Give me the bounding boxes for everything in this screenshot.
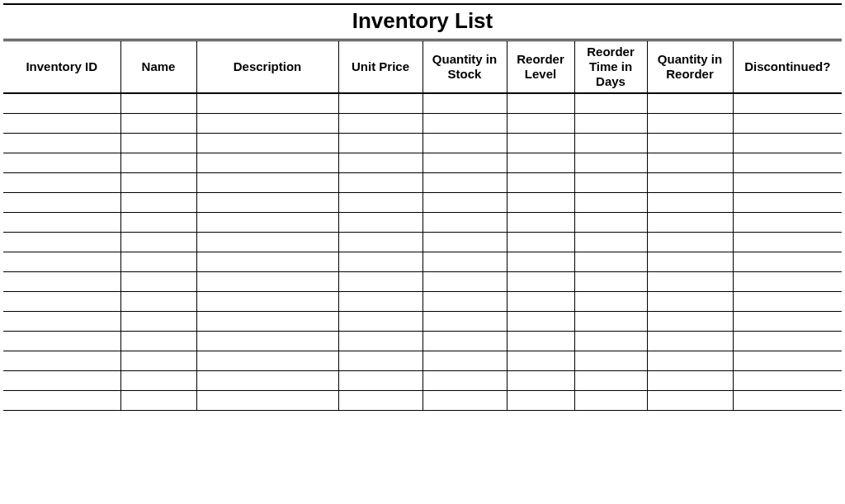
cell-unit_price[interactable] — [338, 351, 422, 370]
cell-qty_in_reorder[interactable] — [647, 192, 733, 212]
cell-reorder_level[interactable] — [507, 133, 574, 153]
cell-reorder_level[interactable] — [507, 192, 574, 212]
cell-name[interactable] — [120, 331, 196, 351]
cell-reorder_time_days[interactable] — [574, 232, 647, 252]
cell-inventory_id[interactable] — [3, 133, 120, 153]
cell-unit_price[interactable] — [338, 311, 422, 331]
cell-qty_in_reorder[interactable] — [647, 252, 733, 271]
cell-name[interactable] — [120, 311, 196, 331]
cell-discontinued[interactable] — [733, 252, 842, 271]
cell-reorder_time_days[interactable] — [574, 331, 647, 351]
cell-reorder_time_days[interactable] — [574, 133, 647, 153]
cell-reorder_time_days[interactable] — [574, 172, 647, 192]
cell-qty_in_reorder[interactable] — [647, 172, 733, 192]
cell-reorder_level[interactable] — [507, 93, 574, 113]
cell-reorder_time_days[interactable] — [574, 153, 647, 172]
cell-reorder_time_days[interactable] — [574, 351, 647, 370]
cell-discontinued[interactable] — [733, 153, 842, 172]
cell-qty_in_stock[interactable] — [422, 192, 507, 212]
cell-qty_in_reorder[interactable] — [647, 291, 733, 311]
cell-qty_in_stock[interactable] — [422, 172, 507, 192]
cell-inventory_id[interactable] — [3, 370, 120, 390]
cell-inventory_id[interactable] — [3, 172, 120, 192]
cell-reorder_time_days[interactable] — [574, 93, 647, 113]
cell-description[interactable] — [196, 252, 338, 271]
cell-discontinued[interactable] — [733, 271, 842, 291]
cell-qty_in_stock[interactable] — [422, 93, 507, 113]
cell-description[interactable] — [196, 271, 338, 291]
cell-reorder_level[interactable] — [507, 291, 574, 311]
cell-name[interactable] — [120, 351, 196, 370]
cell-qty_in_stock[interactable] — [422, 370, 507, 390]
cell-description[interactable] — [196, 192, 338, 212]
cell-reorder_time_days[interactable] — [574, 311, 647, 331]
cell-reorder_time_days[interactable] — [574, 291, 647, 311]
cell-qty_in_reorder[interactable] — [647, 153, 733, 172]
cell-reorder_level[interactable] — [507, 311, 574, 331]
cell-discontinued[interactable] — [733, 133, 842, 153]
cell-discontinued[interactable] — [733, 212, 842, 232]
cell-name[interactable] — [120, 252, 196, 271]
cell-inventory_id[interactable] — [3, 212, 120, 232]
cell-discontinued[interactable] — [733, 351, 842, 370]
cell-reorder_time_days[interactable] — [574, 390, 647, 410]
cell-qty_in_reorder[interactable] — [647, 331, 733, 351]
cell-qty_in_stock[interactable] — [422, 291, 507, 311]
cell-reorder_level[interactable] — [507, 370, 574, 390]
cell-unit_price[interactable] — [338, 172, 422, 192]
cell-inventory_id[interactable] — [3, 113, 120, 133]
cell-inventory_id[interactable] — [3, 351, 120, 370]
cell-description[interactable] — [196, 311, 338, 331]
cell-inventory_id[interactable] — [3, 271, 120, 291]
cell-unit_price[interactable] — [338, 232, 422, 252]
cell-qty_in_stock[interactable] — [422, 311, 507, 331]
cell-inventory_id[interactable] — [3, 252, 120, 271]
cell-discontinued[interactable] — [733, 172, 842, 192]
cell-description[interactable] — [196, 232, 338, 252]
cell-name[interactable] — [120, 192, 196, 212]
cell-reorder_time_days[interactable] — [574, 370, 647, 390]
cell-qty_in_stock[interactable] — [422, 113, 507, 133]
cell-name[interactable] — [120, 232, 196, 252]
cell-reorder_level[interactable] — [507, 172, 574, 192]
cell-description[interactable] — [196, 390, 338, 410]
cell-reorder_level[interactable] — [507, 153, 574, 172]
cell-name[interactable] — [120, 390, 196, 410]
cell-qty_in_stock[interactable] — [422, 252, 507, 271]
cell-discontinued[interactable] — [733, 311, 842, 331]
cell-unit_price[interactable] — [338, 291, 422, 311]
cell-qty_in_stock[interactable] — [422, 232, 507, 252]
cell-inventory_id[interactable] — [3, 390, 120, 410]
cell-name[interactable] — [120, 271, 196, 291]
cell-inventory_id[interactable] — [3, 153, 120, 172]
cell-qty_in_stock[interactable] — [422, 133, 507, 153]
cell-inventory_id[interactable] — [3, 232, 120, 252]
cell-description[interactable] — [196, 153, 338, 172]
cell-description[interactable] — [196, 370, 338, 390]
cell-name[interactable] — [120, 113, 196, 133]
cell-reorder_level[interactable] — [507, 390, 574, 410]
cell-qty_in_reorder[interactable] — [647, 351, 733, 370]
cell-discontinued[interactable] — [733, 93, 842, 113]
cell-unit_price[interactable] — [338, 271, 422, 291]
cell-reorder_level[interactable] — [507, 252, 574, 271]
cell-qty_in_stock[interactable] — [422, 153, 507, 172]
cell-inventory_id[interactable] — [3, 93, 120, 113]
cell-description[interactable] — [196, 291, 338, 311]
cell-qty_in_reorder[interactable] — [647, 390, 733, 410]
cell-description[interactable] — [196, 331, 338, 351]
cell-unit_price[interactable] — [338, 252, 422, 271]
cell-discontinued[interactable] — [733, 192, 842, 212]
cell-unit_price[interactable] — [338, 212, 422, 232]
cell-qty_in_reorder[interactable] — [647, 271, 733, 291]
cell-unit_price[interactable] — [338, 113, 422, 133]
cell-reorder_time_days[interactable] — [574, 252, 647, 271]
cell-inventory_id[interactable] — [3, 291, 120, 311]
cell-qty_in_reorder[interactable] — [647, 133, 733, 153]
cell-reorder_time_days[interactable] — [574, 192, 647, 212]
cell-unit_price[interactable] — [338, 153, 422, 172]
cell-reorder_level[interactable] — [507, 331, 574, 351]
cell-inventory_id[interactable] — [3, 192, 120, 212]
cell-unit_price[interactable] — [338, 93, 422, 113]
cell-description[interactable] — [196, 172, 338, 192]
